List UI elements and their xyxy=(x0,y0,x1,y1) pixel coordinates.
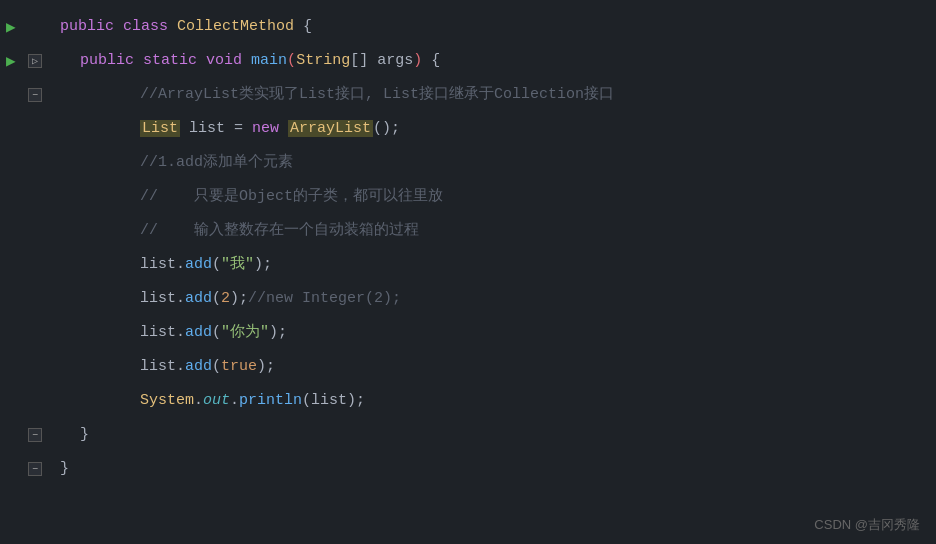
code-line-13: − } xyxy=(0,418,936,452)
minus-icon-13: − xyxy=(28,428,42,442)
minus-icon-3: − xyxy=(28,88,42,102)
line-content-13: } xyxy=(50,418,936,452)
line-content-11: list.add(true); xyxy=(50,350,936,384)
watermark: CSDN @吉冈秀隆 xyxy=(814,516,920,534)
code-line-9: list.add(2);//new Integer(2); xyxy=(0,282,936,316)
code-line-10: list.add("你为"); xyxy=(0,316,936,350)
line-content-14: } xyxy=(50,452,936,486)
line-content-12: System.out.println(list); xyxy=(50,384,936,418)
line-content-6: // 只要是Object的子类，都可以往里放 xyxy=(50,180,936,214)
line-content-10: list.add("你为"); xyxy=(50,316,936,350)
code-line-12: System.out.println(list); xyxy=(0,384,936,418)
line-content-2: public static void main(String[] args) { xyxy=(50,44,936,78)
line-content-7: // 输入整数存在一个自动装箱的过程 xyxy=(50,214,936,248)
line-content-3: //ArrayList类实现了List接口, List接口继承于Collecti… xyxy=(50,78,936,112)
line-content-9: list.add(2);//new Integer(2); xyxy=(50,282,936,316)
code-editor: ▶ public class CollectMethod { ▶ ▷ publi… xyxy=(0,0,936,544)
minus-icon-14: − xyxy=(28,462,42,476)
code-line-1: ▶ public class CollectMethod { xyxy=(0,10,936,44)
line-content-8: list.add("我"); xyxy=(50,248,936,282)
code-line-7: // 输入整数存在一个自动装箱的过程 xyxy=(0,214,936,248)
code-line-11: list.add(true); xyxy=(0,350,936,384)
line-content-5: //1.add添加单个元素 xyxy=(50,146,936,180)
line-content-4: List list = new ArrayList(); xyxy=(50,112,936,146)
code-line-14: − } xyxy=(0,452,936,486)
arrow-icon-2: ▶ xyxy=(6,51,16,71)
code-line-2: ▶ ▷ public static void main(String[] arg… xyxy=(0,44,936,78)
code-line-6: // 只要是Object的子类，都可以往里放 xyxy=(0,180,936,214)
line-content-1: public class CollectMethod { xyxy=(50,10,936,44)
code-line-8: list.add("我"); xyxy=(0,248,936,282)
code-line-5: //1.add添加单个元素 xyxy=(0,146,936,180)
fold-icon-2: ▷ xyxy=(28,54,42,68)
code-line-3: − //ArrayList类实现了List接口, List接口继承于Collec… xyxy=(0,78,936,112)
arrow-icon-1: ▶ xyxy=(6,17,16,37)
code-line-4: List list = new ArrayList(); xyxy=(0,112,936,146)
